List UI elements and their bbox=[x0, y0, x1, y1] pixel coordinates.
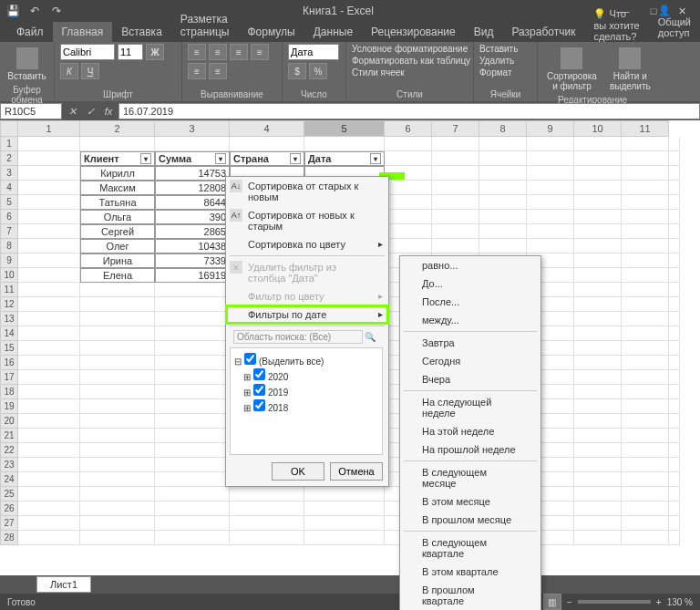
cell[interactable] bbox=[155, 385, 230, 399]
cell[interactable] bbox=[155, 326, 230, 341]
save-icon[interactable]: 💾 bbox=[4, 2, 22, 20]
cell[interactable] bbox=[155, 531, 230, 545]
cell[interactable] bbox=[527, 210, 574, 224]
formula-bar[interactable]: 16.07.2019 bbox=[118, 103, 700, 119]
cell[interactable] bbox=[669, 312, 680, 326]
cell[interactable] bbox=[80, 356, 155, 370]
cell[interactable] bbox=[155, 312, 230, 326]
cells-delete-button[interactable]: Удалить bbox=[479, 56, 531, 66]
cell[interactable] bbox=[669, 224, 680, 239]
cell[interactable] bbox=[18, 399, 80, 414]
cell[interactable] bbox=[479, 151, 527, 166]
tree-year-2020[interactable]: ⊞2020 bbox=[234, 367, 378, 383]
cell[interactable]: Ольга bbox=[80, 210, 155, 224]
cell[interactable] bbox=[80, 370, 155, 385]
cell[interactable] bbox=[574, 326, 622, 341]
row-header-19[interactable]: 19 bbox=[0, 399, 18, 414]
font-size-select[interactable] bbox=[118, 44, 143, 60]
row-header-15[interactable]: 15 bbox=[0, 341, 18, 356]
cell[interactable] bbox=[622, 443, 669, 458]
cell[interactable] bbox=[80, 472, 155, 487]
zoom-slider[interactable] bbox=[578, 600, 651, 604]
cell[interactable] bbox=[669, 458, 680, 472]
cell[interactable] bbox=[432, 181, 479, 195]
cell[interactable] bbox=[622, 326, 669, 341]
cell[interactable] bbox=[574, 151, 622, 166]
cell[interactable] bbox=[18, 239, 80, 253]
cell[interactable] bbox=[155, 414, 230, 429]
date-filter-after[interactable]: После... bbox=[400, 293, 540, 311]
cell[interactable] bbox=[80, 487, 155, 501]
cell[interactable] bbox=[385, 224, 432, 239]
cell[interactable] bbox=[574, 312, 622, 326]
cell[interactable]: Сумма▾ bbox=[155, 151, 230, 166]
cell[interactable] bbox=[574, 195, 622, 210]
cell[interactable] bbox=[669, 516, 680, 531]
cell[interactable] bbox=[622, 166, 669, 181]
cell[interactable] bbox=[669, 370, 680, 385]
undo-icon[interactable]: ↶ bbox=[26, 2, 44, 20]
cell[interactable] bbox=[574, 253, 622, 268]
cell[interactable] bbox=[18, 253, 80, 268]
row-header-10[interactable]: 10 bbox=[0, 268, 18, 283]
cell[interactable] bbox=[669, 268, 680, 283]
row-header-13[interactable]: 13 bbox=[0, 312, 18, 326]
cell[interactable] bbox=[432, 137, 479, 151]
date-filter-tomorrow[interactable]: Завтра bbox=[400, 334, 540, 352]
cell[interactable] bbox=[574, 531, 622, 545]
cell[interactable]: 16919 bbox=[155, 268, 230, 283]
row-header-20[interactable]: 20 bbox=[0, 414, 18, 429]
cell[interactable] bbox=[622, 429, 669, 443]
row-header-25[interactable]: 25 bbox=[0, 487, 18, 501]
cell-styles-button[interactable]: Стили ячеек bbox=[352, 67, 468, 78]
cell[interactable] bbox=[155, 356, 230, 370]
cell[interactable] bbox=[18, 472, 80, 487]
col-header-5[interactable]: 5 bbox=[304, 120, 385, 137]
cell[interactable] bbox=[574, 472, 622, 487]
col-header-9[interactable]: 9 bbox=[527, 120, 574, 137]
zoom-in-button[interactable]: + bbox=[656, 597, 662, 607]
cell[interactable] bbox=[527, 181, 574, 195]
tree-year-2018[interactable]: ⊞2018 bbox=[234, 398, 378, 414]
col-header-11[interactable]: 11 bbox=[622, 120, 669, 137]
cell[interactable] bbox=[574, 429, 622, 443]
cell[interactable]: Олег bbox=[80, 239, 155, 253]
cell[interactable] bbox=[80, 458, 155, 472]
cell[interactable] bbox=[622, 414, 669, 429]
cell[interactable] bbox=[80, 501, 155, 516]
filter-button[interactable]: ▾ bbox=[215, 153, 226, 164]
cell[interactable]: Татьяна bbox=[80, 195, 155, 210]
cell[interactable] bbox=[18, 181, 80, 195]
cell[interactable] bbox=[622, 472, 669, 487]
cell[interactable] bbox=[18, 297, 80, 312]
sort-new-old-item[interactable]: A↑Сортировка от новых к старым bbox=[226, 206, 388, 235]
cell[interactable] bbox=[80, 312, 155, 326]
ribbon-tab-1[interactable]: Главная bbox=[53, 22, 113, 42]
cell[interactable] bbox=[622, 356, 669, 370]
col-header-3[interactable]: 3 bbox=[155, 120, 230, 137]
ribbon-tab-5[interactable]: Данные bbox=[304, 22, 362, 42]
cond-format-button[interactable]: Условное форматирование bbox=[352, 44, 468, 54]
cell[interactable] bbox=[385, 239, 432, 253]
cell[interactable] bbox=[527, 195, 574, 210]
cell[interactable]: Страна▾ bbox=[230, 151, 304, 166]
percent-button[interactable]: % bbox=[309, 63, 327, 79]
cell[interactable] bbox=[155, 429, 230, 443]
cell[interactable] bbox=[432, 195, 479, 210]
sort-filter-button[interactable]: Сортировка и фильтр bbox=[543, 44, 601, 95]
date-filter-last_month[interactable]: В прошлом месяце bbox=[400, 511, 540, 529]
cell[interactable]: 10438 bbox=[155, 239, 230, 253]
cell[interactable] bbox=[155, 501, 230, 516]
ribbon-tab-4[interactable]: Формулы bbox=[238, 22, 304, 42]
cell[interactable] bbox=[18, 370, 80, 385]
cell[interactable] bbox=[574, 297, 622, 312]
cell[interactable] bbox=[574, 458, 622, 472]
cell[interactable] bbox=[622, 151, 669, 166]
cell[interactable] bbox=[80, 326, 155, 341]
cell[interactable] bbox=[18, 516, 80, 531]
align-mid-button[interactable]: ≡ bbox=[209, 44, 227, 60]
cell[interactable] bbox=[155, 283, 230, 297]
search-icon[interactable]: 🔍 bbox=[363, 332, 376, 342]
cell[interactable] bbox=[479, 210, 527, 224]
cell[interactable] bbox=[527, 224, 574, 239]
